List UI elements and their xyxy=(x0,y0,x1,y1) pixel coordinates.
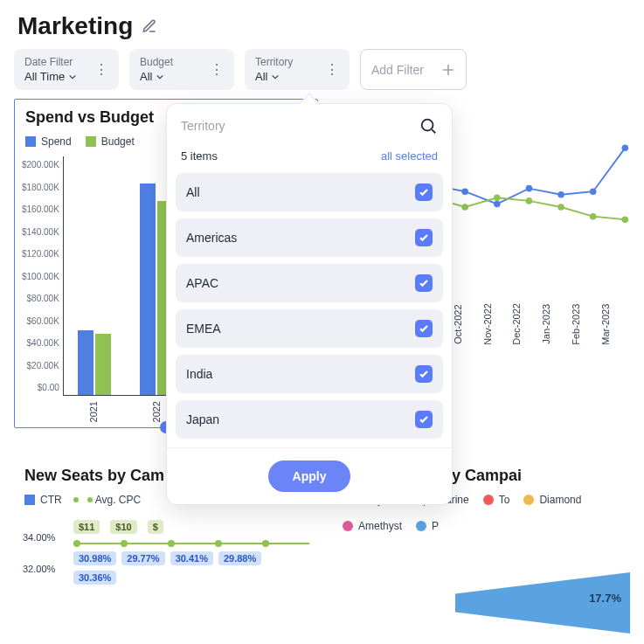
x-tick: 2022 xyxy=(151,401,162,422)
filter-more-icon[interactable]: ⋮ xyxy=(82,61,108,78)
legend-swatch-ctr xyxy=(24,495,35,505)
filter-label: Date Filter xyxy=(24,56,77,68)
legend-dot-diamond xyxy=(523,495,534,505)
option-label: India xyxy=(186,367,212,381)
x-tick: 2021 xyxy=(88,401,99,422)
cpc-badge: $ xyxy=(148,520,163,534)
filter-value: All xyxy=(140,70,152,83)
conversion-pct: 17.7% xyxy=(589,592,621,605)
filter-chip-territory[interactable]: Territory All ⋮ xyxy=(245,49,350,90)
svg-point-20 xyxy=(422,120,433,131)
option-list: AllAmericasAPACEMEAIndiaJapan xyxy=(167,173,452,447)
svg-point-17 xyxy=(557,204,564,211)
svg-point-4 xyxy=(461,188,468,195)
edit-icon[interactable] xyxy=(142,18,157,34)
search-icon[interactable] xyxy=(419,116,438,135)
filter-chip-budget[interactable]: Budget All ⋮ xyxy=(129,49,234,90)
option-label: APAC xyxy=(186,276,218,290)
territory-option[interactable]: APAC xyxy=(176,264,443,302)
territory-option[interactable]: India xyxy=(176,355,443,393)
ctr-badge: 29.88% xyxy=(218,551,261,565)
checkbox-checked-icon[interactable] xyxy=(415,320,433,337)
svg-point-18 xyxy=(590,213,597,220)
ctr-badge: 30.36% xyxy=(73,571,116,585)
option-label: EMEA xyxy=(186,322,221,336)
legend-label: P xyxy=(432,520,439,532)
svg-point-9 xyxy=(622,145,629,152)
x-tick: Oct-2022 xyxy=(453,303,482,345)
legend-swatch-budget xyxy=(86,136,96,147)
popover-count: 5 items xyxy=(181,149,218,163)
filter-value: All Time xyxy=(24,70,65,83)
svg-point-14 xyxy=(461,204,468,211)
legend-label: Diamond xyxy=(539,494,581,506)
svg-point-6 xyxy=(526,185,533,192)
cpc-badges: $11$10$ xyxy=(73,520,309,534)
legend-label: To xyxy=(499,494,510,506)
legend-label: Budget xyxy=(101,135,135,148)
bar xyxy=(140,184,156,395)
x-tick: Nov-2022 xyxy=(482,303,512,345)
svg-point-16 xyxy=(526,197,533,204)
ctr-badge: 29.77% xyxy=(121,551,164,565)
cpc-badge: $11 xyxy=(73,520,100,534)
legend-dot-amethyst xyxy=(343,521,353,531)
legend-label: Avg. CPC xyxy=(95,494,141,506)
territory-option[interactable]: EMEA xyxy=(176,309,443,348)
filter-more-icon[interactable]: ⋮ xyxy=(197,61,224,78)
filter-label: Territory xyxy=(255,56,293,68)
svg-point-7 xyxy=(557,191,564,198)
legend-label: Spend xyxy=(41,135,72,148)
filter-bar: Date Filter All Time ⋮ Budget All ⋮ Terr… xyxy=(0,49,644,99)
legend-label: Amethyst xyxy=(358,520,402,532)
filter-chip-date[interactable]: Date Filter All Time ⋮ xyxy=(14,49,119,90)
x-tick: Mar-2023 xyxy=(600,303,630,345)
add-filter-button[interactable]: Add Filter xyxy=(360,49,467,90)
funnel-chart: 17.7% xyxy=(332,546,630,644)
territory-popover: Territory 5 items all selected AllAmeric… xyxy=(166,103,453,505)
filter-label: Budget xyxy=(140,56,173,68)
x-tick: Dec-2022 xyxy=(511,303,541,345)
svg-point-5 xyxy=(494,201,501,208)
filter-value: All xyxy=(255,70,267,83)
svg-point-15 xyxy=(494,195,501,202)
checkbox-checked-icon[interactable] xyxy=(415,411,433,428)
svg-point-19 xyxy=(622,216,629,223)
cpc-badge: $10 xyxy=(110,520,136,534)
x-tick: Jan-2023 xyxy=(541,303,571,345)
chevron-down-icon xyxy=(271,73,280,81)
chevron-down-icon xyxy=(156,73,164,81)
option-label: Americas xyxy=(186,231,237,245)
filter-more-icon[interactable]: ⋮ xyxy=(313,61,339,78)
bar xyxy=(95,334,111,395)
ctr-badge: 30.98% xyxy=(73,551,116,565)
option-label: All xyxy=(186,185,200,199)
legend-swatch-cpc xyxy=(76,499,90,501)
popover-title: Territory xyxy=(181,119,225,133)
legend-dot-topaz xyxy=(483,495,494,505)
legend-swatch-spend xyxy=(25,136,36,147)
plus-icon xyxy=(441,63,455,77)
territory-option[interactable]: Japan xyxy=(176,400,443,439)
option-label: Japan xyxy=(186,412,219,426)
x-tick: Feb-2023 xyxy=(571,303,600,345)
territory-option[interactable]: Americas xyxy=(176,218,443,257)
legend-dot-p xyxy=(416,521,426,531)
y-axis: 34.00% 32.00% xyxy=(23,532,55,574)
bar xyxy=(78,330,93,395)
y-axis: $200.00K$180.00K$160.00K$140.00K$120.00K… xyxy=(22,156,63,422)
ctr-badge: 30.41% xyxy=(170,551,213,565)
territory-option[interactable]: All xyxy=(176,173,443,211)
checkbox-checked-icon[interactable] xyxy=(415,229,433,246)
ctr-badges: 30.98%29.77%30.41%29.88%30.36% xyxy=(73,551,309,585)
page-title: Marketing xyxy=(17,12,133,40)
chevron-down-icon xyxy=(68,73,77,81)
cpc-line xyxy=(73,543,309,544)
add-filter-label: Add Filter xyxy=(371,63,424,77)
all-selected-link[interactable]: all selected xyxy=(381,149,438,163)
svg-point-8 xyxy=(590,188,597,195)
apply-button[interactable]: Apply xyxy=(268,460,351,492)
checkbox-checked-icon[interactable] xyxy=(415,274,433,292)
checkbox-checked-icon[interactable] xyxy=(415,184,433,201)
checkbox-checked-icon[interactable] xyxy=(415,365,433,383)
